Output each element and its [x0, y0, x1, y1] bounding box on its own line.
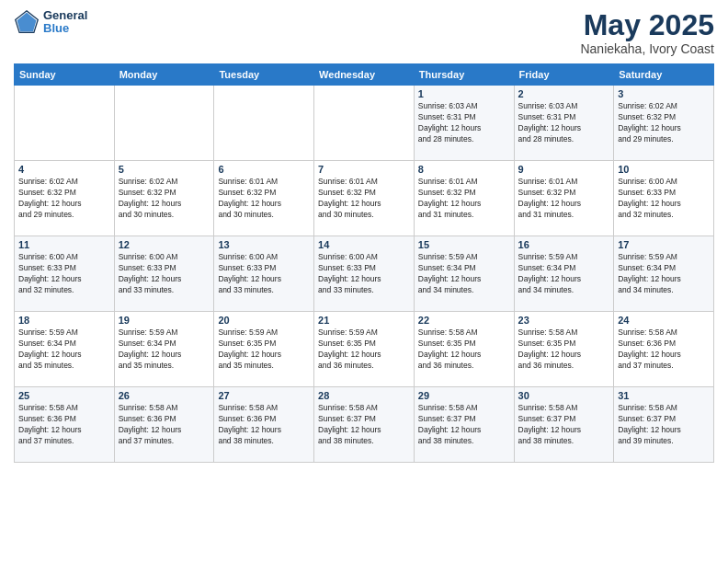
day-cell: 8Sunrise: 6:01 AMSunset: 6:32 PMDaylight…	[414, 161, 514, 236]
day-cell: 25Sunrise: 5:58 AMSunset: 6:36 PMDayligh…	[15, 387, 115, 463]
day-number: 4	[18, 164, 110, 175]
day-cell: 3Sunrise: 6:02 AMSunset: 6:32 PMDaylight…	[614, 86, 714, 161]
day-cell: 23Sunrise: 5:58 AMSunset: 6:35 PMDayligh…	[514, 312, 614, 387]
day-info: Sunrise: 6:02 AMSunset: 6:32 PMDaylight:…	[119, 177, 210, 221]
day-info: Sunrise: 6:01 AMSunset: 6:32 PMDaylight:…	[218, 177, 310, 221]
calendar-body: 1Sunrise: 6:03 AMSunset: 6:31 PMDaylight…	[15, 86, 714, 463]
day-cell: 14Sunrise: 6:00 AMSunset: 6:33 PMDayligh…	[314, 236, 415, 312]
calendar-header: SundayMondayTuesdayWednesdayThursdayFrid…	[15, 64, 714, 86]
day-cell: 22Sunrise: 5:58 AMSunset: 6:35 PMDayligh…	[414, 312, 514, 387]
weekday-sunday: Sunday	[15, 64, 115, 86]
day-cell	[314, 86, 415, 161]
day-info: Sunrise: 5:58 AMSunset: 6:37 PMDaylight:…	[518, 403, 610, 447]
day-number: 25	[18, 390, 110, 401]
day-number: 6	[218, 164, 310, 175]
day-number: 24	[618, 315, 710, 326]
day-info: Sunrise: 5:59 AMSunset: 6:34 PMDaylight:…	[618, 252, 710, 296]
day-cell: 1Sunrise: 6:03 AMSunset: 6:31 PMDaylight…	[414, 86, 514, 161]
day-number: 10	[618, 164, 710, 175]
week-row-4: 25Sunrise: 5:58 AMSunset: 6:36 PMDayligh…	[15, 387, 714, 463]
weekday-row: SundayMondayTuesdayWednesdayThursdayFrid…	[15, 64, 714, 86]
day-number: 5	[119, 164, 210, 175]
day-cell: 12Sunrise: 6:00 AMSunset: 6:33 PMDayligh…	[114, 236, 214, 312]
weekday-tuesday: Tuesday	[214, 64, 314, 86]
day-cell: 9Sunrise: 6:01 AMSunset: 6:32 PMDaylight…	[514, 161, 614, 236]
location: Naniekaha, Ivory Coast	[580, 41, 714, 56]
day-cell: 20Sunrise: 5:59 AMSunset: 6:35 PMDayligh…	[214, 312, 314, 387]
day-info: Sunrise: 5:59 AMSunset: 6:35 PMDaylight:…	[318, 327, 410, 372]
day-info: Sunrise: 5:58 AMSunset: 6:36 PMDaylight:…	[18, 403, 110, 447]
logo-blue: Blue	[43, 22, 87, 35]
day-number: 1	[418, 88, 510, 99]
day-info: Sunrise: 5:59 AMSunset: 6:34 PMDaylight:…	[119, 327, 210, 372]
day-cell: 29Sunrise: 5:58 AMSunset: 6:37 PMDayligh…	[414, 387, 514, 463]
day-info: Sunrise: 5:59 AMSunset: 6:34 PMDaylight:…	[418, 252, 510, 296]
day-cell: 17Sunrise: 5:59 AMSunset: 6:34 PMDayligh…	[614, 236, 714, 312]
day-number: 21	[318, 315, 410, 326]
day-cell: 30Sunrise: 5:58 AMSunset: 6:37 PMDayligh…	[514, 387, 614, 463]
day-number: 27	[218, 390, 310, 401]
day-info: Sunrise: 6:00 AMSunset: 6:33 PMDaylight:…	[318, 252, 410, 296]
day-cell: 16Sunrise: 5:59 AMSunset: 6:34 PMDayligh…	[514, 236, 614, 312]
day-cell: 21Sunrise: 5:59 AMSunset: 6:35 PMDayligh…	[314, 312, 415, 387]
day-number: 30	[518, 390, 610, 401]
day-number: 31	[618, 390, 710, 401]
day-cell: 10Sunrise: 6:00 AMSunset: 6:33 PMDayligh…	[614, 161, 714, 236]
day-info: Sunrise: 6:00 AMSunset: 6:33 PMDaylight:…	[18, 252, 110, 296]
day-number: 18	[18, 315, 110, 326]
day-info: Sunrise: 6:03 AMSunset: 6:31 PMDaylight:…	[518, 101, 610, 145]
day-number: 12	[119, 239, 210, 250]
day-cell: 26Sunrise: 5:58 AMSunset: 6:36 PMDayligh…	[114, 387, 214, 463]
logo-text: General Blue	[43, 9, 87, 36]
day-cell: 15Sunrise: 5:59 AMSunset: 6:34 PMDayligh…	[414, 236, 514, 312]
day-number: 20	[218, 315, 310, 326]
logo: General Blue	[14, 9, 87, 36]
day-number: 28	[318, 390, 410, 401]
day-cell: 28Sunrise: 5:58 AMSunset: 6:37 PMDayligh…	[314, 387, 415, 463]
page: General Blue May 2025 Naniekaha, Ivory C…	[0, 0, 728, 563]
weekday-thursday: Thursday	[414, 64, 514, 86]
week-row-1: 4Sunrise: 6:02 AMSunset: 6:32 PMDaylight…	[15, 161, 714, 236]
day-cell: 18Sunrise: 5:59 AMSunset: 6:34 PMDayligh…	[15, 312, 115, 387]
week-row-0: 1Sunrise: 6:03 AMSunset: 6:31 PMDaylight…	[15, 86, 714, 161]
day-info: Sunrise: 5:59 AMSunset: 6:34 PMDaylight:…	[18, 327, 110, 372]
logo-icon	[14, 9, 40, 35]
day-info: Sunrise: 6:01 AMSunset: 6:32 PMDaylight:…	[418, 177, 510, 221]
day-number: 11	[18, 239, 110, 250]
day-number: 8	[418, 164, 510, 175]
day-cell: 4Sunrise: 6:02 AMSunset: 6:32 PMDaylight…	[15, 161, 115, 236]
title-block: May 2025 Naniekaha, Ivory Coast	[580, 9, 714, 56]
day-number: 17	[618, 239, 710, 250]
day-info: Sunrise: 6:02 AMSunset: 6:32 PMDaylight:…	[18, 177, 110, 221]
day-number: 9	[518, 164, 610, 175]
day-number: 19	[119, 315, 210, 326]
day-number: 16	[518, 239, 610, 250]
day-info: Sunrise: 5:58 AMSunset: 6:36 PMDaylight:…	[119, 403, 210, 447]
weekday-saturday: Saturday	[614, 64, 714, 86]
day-number: 2	[518, 88, 610, 99]
day-info: Sunrise: 5:58 AMSunset: 6:35 PMDaylight:…	[418, 327, 510, 372]
day-cell: 19Sunrise: 5:59 AMSunset: 6:34 PMDayligh…	[114, 312, 214, 387]
month-title: May 2025	[580, 9, 714, 41]
day-cell: 2Sunrise: 6:03 AMSunset: 6:31 PMDaylight…	[514, 86, 614, 161]
day-info: Sunrise: 5:58 AMSunset: 6:36 PMDaylight:…	[218, 403, 310, 447]
weekday-friday: Friday	[514, 64, 614, 86]
weekday-wednesday: Wednesday	[314, 64, 415, 86]
day-cell	[15, 86, 115, 161]
day-info: Sunrise: 5:58 AMSunset: 6:37 PMDaylight:…	[418, 403, 510, 447]
week-row-3: 18Sunrise: 5:59 AMSunset: 6:34 PMDayligh…	[15, 312, 714, 387]
day-info: Sunrise: 5:58 AMSunset: 6:36 PMDaylight:…	[618, 327, 710, 372]
day-number: 23	[518, 315, 610, 326]
day-cell: 31Sunrise: 5:58 AMSunset: 6:37 PMDayligh…	[614, 387, 714, 463]
day-info: Sunrise: 5:58 AMSunset: 6:35 PMDaylight:…	[518, 327, 610, 372]
day-info: Sunrise: 5:59 AMSunset: 6:34 PMDaylight:…	[518, 252, 610, 296]
day-info: Sunrise: 6:02 AMSunset: 6:32 PMDaylight:…	[618, 101, 710, 145]
weekday-monday: Monday	[114, 64, 214, 86]
day-cell: 5Sunrise: 6:02 AMSunset: 6:32 PMDaylight…	[114, 161, 214, 236]
day-cell: 11Sunrise: 6:00 AMSunset: 6:33 PMDayligh…	[15, 236, 115, 312]
day-number: 15	[418, 239, 510, 250]
day-cell	[114, 86, 214, 161]
week-row-2: 11Sunrise: 6:00 AMSunset: 6:33 PMDayligh…	[15, 236, 714, 312]
day-info: Sunrise: 5:59 AMSunset: 6:35 PMDaylight:…	[218, 327, 310, 372]
logo-general: General	[43, 9, 87, 22]
